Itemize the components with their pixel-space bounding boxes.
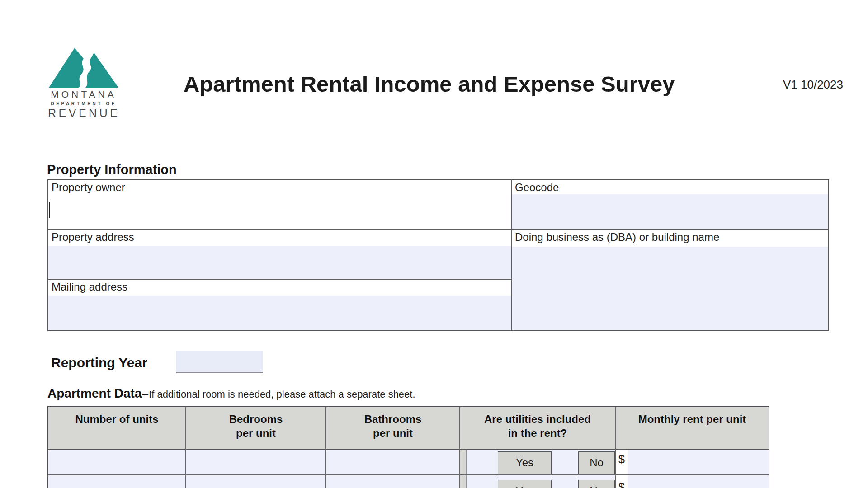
row2-dollar-sign: $ bbox=[618, 481, 625, 488]
geocode-label: Geocode bbox=[512, 180, 828, 194]
col-header-number-of-units: Number of units bbox=[48, 407, 186, 450]
row1-monthly-rent-cell[interactable]: $ bbox=[616, 450, 769, 475]
property-owner-label: Property owner bbox=[48, 180, 511, 194]
row2-utilities-no-button[interactable]: No bbox=[578, 480, 615, 488]
row1-number-of-units-cell[interactable] bbox=[48, 450, 186, 475]
logo-dept-text: DEPARTMENT OF bbox=[48, 101, 119, 106]
mailing-address-field[interactable]: Mailing address bbox=[48, 280, 512, 330]
geocode-field[interactable]: Geocode bbox=[512, 180, 828, 230]
row1-utilities-yes-button[interactable]: Yes bbox=[498, 451, 552, 474]
form-page: MONTANA DEPARTMENT OF REVENUE Apartment … bbox=[0, 0, 868, 488]
apartment-data-heading: Apartment Data–If additional room is nee… bbox=[47, 386, 415, 401]
row1-utilities-cell: Yes No bbox=[460, 450, 616, 475]
apartment-data-heading-bold: Apartment Data– bbox=[47, 386, 149, 400]
col-header-bathrooms-per-unit: Bathrooms per unit bbox=[326, 407, 460, 450]
logo-org-text: MONTANA bbox=[48, 89, 119, 100]
form-version: V1 10/2023 bbox=[741, 78, 843, 92]
mailing-address-input[interactable] bbox=[48, 296, 511, 330]
property-owner-field[interactable]: Property owner bbox=[48, 180, 512, 230]
row1-utilities-no-button[interactable]: No bbox=[578, 451, 615, 474]
reporting-year-label: Reporting Year bbox=[51, 355, 147, 371]
geocode-input[interactable] bbox=[512, 194, 828, 229]
col-header-utilities-included: Are utilities included in the rent? bbox=[460, 407, 616, 450]
property-address-field[interactable]: Property address bbox=[48, 230, 512, 280]
montana-revenue-logo: MONTANA DEPARTMENT OF REVENUE bbox=[48, 47, 119, 120]
apartment-data-table: Number of units Bedrooms per unit Bathro… bbox=[47, 406, 769, 488]
text-cursor-caret bbox=[49, 202, 50, 218]
row2-utilities-yes-button[interactable]: Yes bbox=[498, 480, 552, 488]
dba-field[interactable]: Doing business as (DBA) or building name bbox=[512, 230, 828, 330]
logo-name-text: REVENUE bbox=[48, 107, 119, 120]
dba-input[interactable] bbox=[512, 247, 828, 330]
row2-number-of-units-cell[interactable] bbox=[48, 475, 186, 488]
col-header-monthly-rent: Monthly rent per unit bbox=[616, 407, 769, 450]
property-address-input[interactable] bbox=[48, 246, 511, 279]
row2-monthly-rent-cell[interactable]: $ bbox=[616, 475, 769, 488]
row2-bedrooms-cell[interactable] bbox=[186, 475, 326, 488]
row2-bathrooms-cell[interactable] bbox=[326, 475, 460, 488]
row1-dollar-sign: $ bbox=[618, 453, 625, 466]
property-information-table: Property owner Property address Mailing … bbox=[47, 179, 829, 331]
property-address-label: Property address bbox=[48, 230, 511, 244]
mountains-icon bbox=[49, 47, 118, 88]
property-information-heading: Property Information bbox=[47, 162, 177, 177]
col-header-bedrooms-per-unit: Bedrooms per unit bbox=[186, 407, 326, 450]
row2-utilities-cell: Yes No bbox=[460, 475, 616, 488]
utilities-gray-strip bbox=[460, 475, 467, 488]
dba-label: Doing business as (DBA) or building name bbox=[512, 230, 828, 244]
row1-bathrooms-cell[interactable] bbox=[326, 450, 460, 475]
apartment-data-note: If additional room is needed, please att… bbox=[149, 389, 415, 400]
reporting-year-input[interactable] bbox=[176, 351, 263, 373]
row1-bedrooms-cell[interactable] bbox=[186, 450, 326, 475]
form-title: Apartment Rental Income and Expense Surv… bbox=[184, 71, 675, 97]
utilities-gray-strip bbox=[460, 450, 467, 474]
mailing-address-label: Mailing address bbox=[48, 280, 511, 293]
